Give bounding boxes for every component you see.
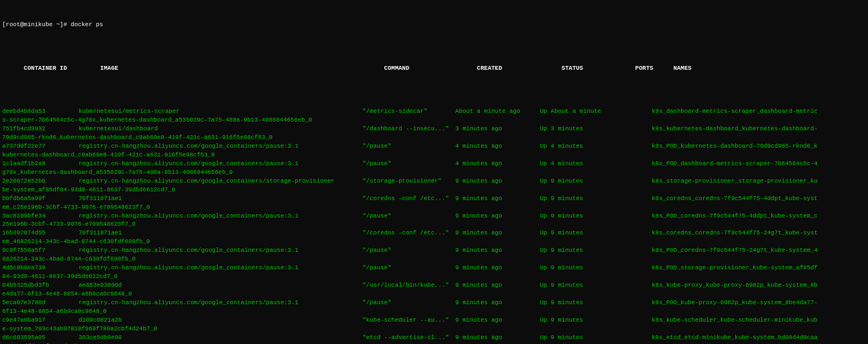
cell-command: "/coredns -conf /etc..." bbox=[362, 229, 455, 238]
cell-command: "/pause" bbox=[362, 299, 455, 307]
table-row: 4d5c0b9ea739registry.cn-hangzhou.aliyunc… bbox=[2, 264, 866, 273]
cell-command: "/metrics-sidecar" bbox=[362, 107, 455, 116]
cell-names: k8s_kubernetes-dashboard_kubernetes-dash… bbox=[652, 125, 818, 132]
table-row: deebd4b6da53kubernetesui/metrics-scraper… bbox=[2, 107, 866, 116]
table-row-continuation: s-scraper-7b64584c5c-4g78x_kubernetes-da… bbox=[2, 116, 866, 125]
cell-created: 9 minutes ago bbox=[455, 195, 540, 203]
cell-status: Up 9 minutes bbox=[540, 281, 614, 290]
cell-command: "/pause" bbox=[362, 212, 455, 221]
table-row: 1claadf1b2a8registry.cn-hangzhou.aliyunc… bbox=[2, 160, 866, 168]
cell-status: Up 9 minutes bbox=[540, 316, 614, 325]
terminal: [root@minikube ~]# docker ps CONTAINER I… bbox=[0, 0, 868, 344]
cell-id: deebd4b6da53 bbox=[2, 107, 79, 116]
cell-image: 70f311871ae1 bbox=[79, 195, 362, 203]
cell-id: 16b397074d55 bbox=[2, 229, 79, 238]
cell-id: 2e20672652b0 bbox=[2, 177, 79, 186]
cell-created: 9 minutes ago bbox=[455, 229, 540, 238]
cell-image: 303ce5db0e90 bbox=[79, 334, 362, 342]
cell-created: 3 minutes ago bbox=[455, 125, 540, 134]
cell-created: 9 minutes ago bbox=[455, 299, 540, 307]
table-row-continuation: 84-93d8-4611-8637-39d5d6612cd7_0 bbox=[2, 273, 866, 281]
table-row-continuation: 6826214-343c-4bad-8744-c630fdf698fb_0 bbox=[2, 255, 866, 264]
cell-image: registry.cn-hangzhou.aliyuncs.com/google… bbox=[79, 142, 362, 151]
cell-command: "/pause" bbox=[362, 246, 455, 255]
header-names: NAMES bbox=[674, 65, 692, 71]
header-command: COMMAND bbox=[384, 64, 477, 73]
cell-status: Up About a minute bbox=[540, 107, 614, 116]
table-row-continuation: em_46826214-343c-4bad-8744-c630fdf698fb_… bbox=[2, 238, 866, 246]
cell-names: k8s_coredns_coredns-7f9c544f75-24g7t_kub… bbox=[652, 230, 818, 236]
table-row-continuation: 6f13-4e48-8854-a6b9ca0c9848_0 bbox=[2, 307, 866, 316]
cell-created: About a minute ago bbox=[455, 107, 540, 116]
cell-names: k8s_POD_coredns-7f9c544f75-24g7t_kube-sy… bbox=[652, 247, 818, 254]
cell-created: 9 minutes ago bbox=[455, 212, 540, 221]
cell-id: 5eca07e3780d bbox=[2, 299, 79, 307]
table-row-continuation: 452678dfdc7afc918d76b_0 bbox=[2, 342, 866, 344]
cell-image: 70f311871ae1 bbox=[79, 229, 362, 238]
cell-status: Up 9 minutes bbox=[540, 299, 614, 307]
cell-status: Up 9 minutes bbox=[540, 229, 614, 238]
cell-image: registry.cn-hangzhou.aliyuncs.com/google… bbox=[79, 299, 362, 307]
table-row: 751fb4cd8932kubernetesui/dashboard"/dash… bbox=[2, 125, 866, 134]
cell-names: k8s_POD_dashboard-metrics-scraper-7b6458… bbox=[652, 160, 818, 167]
cell-command: "/pause" bbox=[362, 142, 455, 151]
table-row: 16b397074d5570f311871ae1"/coredns -conf … bbox=[2, 229, 866, 238]
cell-status: Up 9 minutes bbox=[540, 195, 614, 203]
table-row: 5eca07e3780dregistry.cn-hangzhou.aliyunc… bbox=[2, 299, 866, 307]
cell-status: Up 9 minutes bbox=[540, 334, 614, 342]
cell-image: d109c0821a2b bbox=[79, 316, 362, 325]
cell-created: 9 minutes ago bbox=[455, 316, 540, 325]
cell-command: "/pause" bbox=[362, 160, 455, 168]
table-row: bbfdb6a5a99f70f311871ae1"/coredns -conf … bbox=[2, 195, 866, 203]
cell-status: Up 9 minutes bbox=[540, 246, 614, 255]
cell-command: "/storage-provisioner" bbox=[362, 177, 455, 186]
prompt-line: [root@minikube ~]# docker ps bbox=[2, 21, 866, 29]
cell-created: 9 minutes ago bbox=[455, 334, 540, 342]
cell-id: 9c9f7558a5f7 bbox=[2, 246, 79, 255]
cell-command: "/usr/local/bin/kube..." bbox=[362, 281, 455, 290]
table-row-continuation: e4da77-6f13-4e48-8854-a6b9ca0c9848_0 bbox=[2, 290, 866, 299]
cell-names: k8s_POD_coredns-7f9c544f75-4ddpt_kube-sy… bbox=[652, 213, 818, 219]
cell-names: k8s_coredns_coredns-7f9c544f75-4ddpt_kub… bbox=[652, 195, 818, 202]
cell-created: 9 minutes ago bbox=[455, 177, 540, 186]
table-row: a737d0f22e77registry.cn-hangzhou.aliyunc… bbox=[2, 142, 866, 151]
cell-id: 1claadf1b2a8 bbox=[2, 160, 79, 168]
table-row: d6c683595a05303ce5db0e90"etcd --advertis… bbox=[2, 334, 866, 342]
cell-names: k8s_kube-proxy_kube-proxy-6982p_kube-sys… bbox=[652, 282, 818, 288]
rows-container: deebd4b6da53kubernetesui/metrics-scraper… bbox=[2, 107, 866, 344]
cell-command: "/pause" bbox=[362, 264, 455, 273]
table-row: 04b5325dbd3fbae853e93800d"/usr/local/bin… bbox=[2, 281, 866, 290]
cell-status: Up 4 minutes bbox=[540, 142, 614, 151]
cell-id: d6c683595a05 bbox=[2, 334, 79, 342]
cell-created: 4 minutes ago bbox=[455, 142, 540, 151]
table-row-continuation: em_c25e196b-3cbf-4733-9076-e709548623f7_… bbox=[2, 203, 866, 212]
cell-command: "/coredns -conf /etc..." bbox=[362, 195, 455, 203]
table-row: c9e47a8ba917d109c0821a2b"kube-scheduler … bbox=[2, 316, 866, 325]
cell-names: k8s_POD_kubernetes-dashboard-79d9cd965-r… bbox=[652, 143, 818, 149]
cell-command: "kube-scheduler --au..." bbox=[362, 316, 455, 325]
cell-id: 04b5325dbd3fb bbox=[2, 281, 79, 290]
header-container-id: CONTAINER ID bbox=[24, 64, 100, 73]
table-row-continuation: 79d9cd965-rknd6_kubernetes-dashboard_c0a… bbox=[2, 134, 866, 142]
header-created: CREATED bbox=[477, 64, 562, 73]
cell-command: "etcd --advertise-cl..." bbox=[362, 334, 455, 342]
cell-id: 4d5c0b9ea739 bbox=[2, 264, 79, 273]
table-row: 9c9f7558a5f7registry.cn-hangzhou.aliyunc… bbox=[2, 246, 866, 255]
cell-image: registry.cn-hangzhou.aliyuncs.com/google… bbox=[79, 246, 362, 255]
table-row: 2e20672652b0registry.cn-hangzhou.aliyunc… bbox=[2, 177, 866, 186]
cell-command: "/dashboard --insecu..." bbox=[362, 125, 455, 134]
cell-created: 9 minutes ago bbox=[455, 264, 540, 273]
cell-image: registry.cn-hangzhou.aliyuncs.com/google… bbox=[79, 177, 362, 186]
cell-id: bbfdb6a5a99f bbox=[2, 195, 79, 203]
table-row-continuation: be-system_af85df84-93d8-4611-8637-39d5d6… bbox=[2, 186, 866, 195]
table-row-continuation: 25e196b-3cbf-4733-9076-e709548623f7_0 bbox=[2, 220, 866, 229]
cell-image: kubernetesui/dashboard bbox=[79, 125, 362, 134]
cell-status: Up 3 minutes bbox=[540, 125, 614, 134]
header-ports: PORTS bbox=[635, 64, 674, 73]
cell-names: k8s_storage-provisioner_storage-provisio… bbox=[652, 178, 818, 184]
cell-status: Up 9 minutes bbox=[540, 212, 614, 221]
cell-id: 3ac8199bfe34 bbox=[2, 212, 79, 221]
cell-names: k8s_kube-scheduler_kube-scheduler-miniku… bbox=[652, 317, 818, 323]
cell-names: k8s_POD_storage-provisioner_kube-system_… bbox=[652, 264, 818, 271]
cell-id: 751fb4cd8932 bbox=[2, 125, 79, 134]
